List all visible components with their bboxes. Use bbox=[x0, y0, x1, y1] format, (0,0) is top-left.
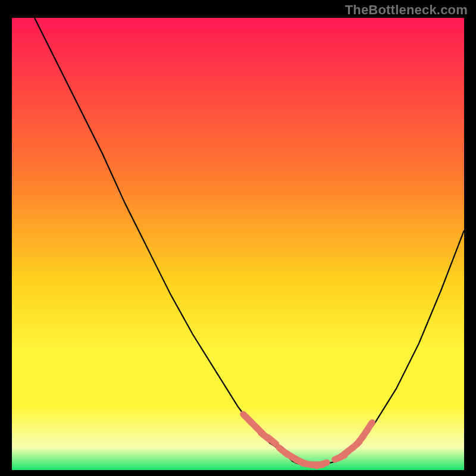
marker-point bbox=[317, 462, 327, 466]
watermark-text: TheBottleneck.com bbox=[345, 2, 468, 18]
gradient-background bbox=[12, 18, 464, 470]
chart-frame bbox=[12, 18, 464, 470]
bottleneck-chart bbox=[12, 18, 464, 470]
